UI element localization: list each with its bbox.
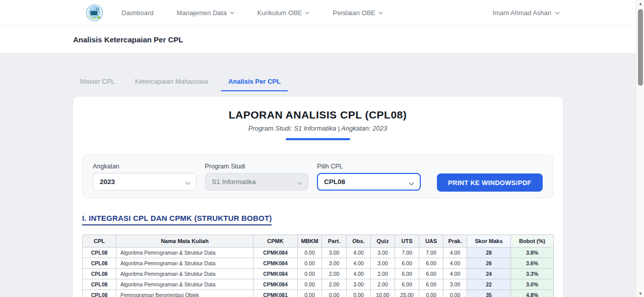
- table-cell: CPMK084: [253, 269, 298, 279]
- scrollbar-thumb[interactable]: [638, 9, 643, 86]
- nav-item-dashboard[interactable]: Dashboard: [121, 9, 154, 17]
- table-cell: 0.00: [298, 269, 322, 279]
- table-row: CPL08Algoritma Pemrograman & Struktur Da…: [83, 279, 554, 290]
- angkatan-field: Angkatan 2023: [93, 163, 197, 191]
- table-cell: 6.00: [419, 269, 443, 279]
- angkatan-label: Angkatan: [93, 163, 197, 170]
- chevron-down-icon: [378, 11, 383, 15]
- column-header: Prak.: [443, 235, 467, 248]
- table-cell: 2.00: [322, 279, 347, 290]
- scroll-up-arrow-icon[interactable]: ▲: [636, 0, 644, 7]
- app-page: Dashboard Manajemen Data Kurikulum OBE P…: [0, 0, 636, 297]
- nav-item-label: Kurikulum OBE: [257, 9, 302, 17]
- table-body: CPL08Algoritma Pemrograman & Struktur Da…: [83, 248, 554, 297]
- table-row: CPL08Pemrograman Berorientasi ObjekCPMK0…: [83, 290, 554, 297]
- table-cell: 3.6%: [511, 258, 554, 269]
- table-cell: 4.00: [443, 269, 467, 279]
- nav-item-label: Dashboard: [121, 9, 154, 17]
- column-header: UAS: [419, 235, 443, 248]
- table-cell: 3.0%: [511, 279, 554, 290]
- column-header: Quiz: [371, 235, 395, 248]
- table-cell: 4.00: [347, 269, 371, 279]
- page-header: Analisis Ketercapaian Per CPL: [0, 26, 636, 53]
- table-cell: 4.8%: [511, 290, 554, 297]
- pilih-cpl-value: CPL08: [324, 178, 345, 186]
- pilih-cpl-field: Pilih CPL CPL08: [317, 163, 421, 191]
- table-cell: 4.00: [443, 248, 467, 258]
- table-cell: 7.00: [419, 248, 443, 258]
- report-card: LAPORAN ANALISIS CPL (CPL08) Program Stu…: [73, 97, 563, 297]
- table-cell: 0.00: [298, 279, 322, 290]
- table-cell: CPL08: [83, 290, 116, 297]
- table-cell: CPMK084: [253, 279, 298, 290]
- program-studi-value: S1 Informatika: [212, 178, 256, 186]
- table-cell: 4.00: [443, 258, 467, 269]
- table-cell: 10.00: [371, 290, 395, 297]
- table-cell: 0.00: [322, 290, 347, 297]
- table-cell: CPL08: [83, 279, 116, 290]
- table-cell: 28: [467, 248, 511, 258]
- pilih-cpl-label: Pilih CPL: [317, 163, 421, 170]
- table-cell: 4.00: [347, 258, 371, 269]
- table-cell: 35: [467, 290, 511, 297]
- title-accent-bar: [286, 138, 350, 140]
- chevron-down-icon: [185, 180, 190, 188]
- column-header: MBKM: [298, 235, 322, 248]
- table-cell: 6.00: [395, 269, 419, 279]
- table-cell: 3.00: [371, 248, 395, 258]
- main-content: Master CPL Ketercapaian Mahasiswa Analis…: [73, 73, 563, 297]
- tab-master-cpl[interactable]: Master CPL: [73, 73, 122, 91]
- table-cell: Algoritma Pemrograman & Struktur Data: [116, 269, 253, 279]
- table-cell: 0.00: [298, 248, 322, 258]
- program-studi-select: S1 Informatika: [205, 173, 309, 191]
- filter-panel: Angkatan 2023 Program Studi S1 Informati…: [82, 155, 553, 198]
- chevron-down-icon: [297, 180, 302, 188]
- nav-item-label: Manajemen Data: [177, 9, 227, 17]
- column-header: Skor Maks: [467, 235, 511, 248]
- table-cell: 6.00: [419, 258, 443, 269]
- report-subtitle: Program Studi: S1 Informatika | Angkatan…: [82, 125, 553, 132]
- chevron-down-icon: [305, 11, 309, 15]
- page-title: Analisis Ketercapaian Per CPL: [73, 35, 183, 44]
- cpl-table: CPLNama Mata KuliahCPMKMBKMPart.Obs.Quiz…: [82, 234, 554, 297]
- table-cell: 6.00: [395, 279, 419, 290]
- table-cell: Pemrograman Berorientasi Objek: [116, 290, 253, 297]
- table-cell: 3.00: [322, 248, 347, 258]
- table-cell: CPL08: [83, 258, 116, 269]
- table-cell: 2.00: [322, 269, 347, 279]
- table-cell: 26: [467, 258, 511, 269]
- table-cell: 3.8%: [511, 248, 554, 258]
- table-cell: Algoritma Pemrograman & Struktur Data: [116, 258, 253, 269]
- table-cell: 0.00: [443, 290, 467, 297]
- table-cell: 3.00: [322, 258, 347, 269]
- nav-item-penilaian-obe[interactable]: Penilaian OBE: [333, 9, 383, 17]
- tab-ketercapaian-mahasiswa[interactable]: Ketercapaian Mahasiswa: [128, 73, 215, 91]
- table-cell: Algoritma Pemrograman & Struktur Data: [116, 279, 253, 290]
- section-heading: I. INTEGRASI CPL DAN CPMK (STRUKTUR BOBO…: [82, 214, 272, 225]
- column-header: Part.: [322, 235, 347, 248]
- user-menu[interactable]: Imam Ahmad Ashari: [493, 9, 559, 17]
- tab-bar: Master CPL Ketercapaian Mahasiswa Analis…: [73, 73, 563, 91]
- table-cell: 0.00: [419, 290, 443, 297]
- user-name: Imam Ahmad Ashari: [493, 9, 551, 17]
- chevron-down-icon: [555, 11, 559, 15]
- table-cell: 22: [467, 279, 511, 290]
- print-pdf-button[interactable]: PRINT KE WINDOWS/PDF: [437, 173, 543, 192]
- angkatan-select[interactable]: 2023: [93, 173, 197, 191]
- vertical-scrollbar[interactable]: ▲ ▼: [636, 0, 644, 297]
- table-cell: 4.00: [347, 248, 371, 258]
- nav-item-manajemen-data[interactable]: Manajemen Data: [177, 9, 234, 17]
- app-logo-icon: [86, 4, 103, 22]
- column-header: CPL: [83, 235, 116, 248]
- table-cell: 25.00: [395, 290, 419, 297]
- chevron-down-icon: [409, 181, 414, 188]
- tab-analisis-per-cpl[interactable]: Analisis Per CPL: [221, 73, 288, 91]
- pilih-cpl-select[interactable]: CPL08: [317, 173, 421, 191]
- table-cell: 3.00: [443, 279, 467, 290]
- nav-item-kurikulum-obe[interactable]: Kurikulum OBE: [257, 9, 310, 17]
- table-cell: 2.00: [371, 279, 395, 290]
- table-cell: 0.00: [298, 290, 322, 297]
- column-header: Bobot (%): [511, 235, 554, 248]
- scroll-down-arrow-icon[interactable]: ▼: [636, 290, 644, 297]
- table-cell: 0.00: [298, 258, 322, 269]
